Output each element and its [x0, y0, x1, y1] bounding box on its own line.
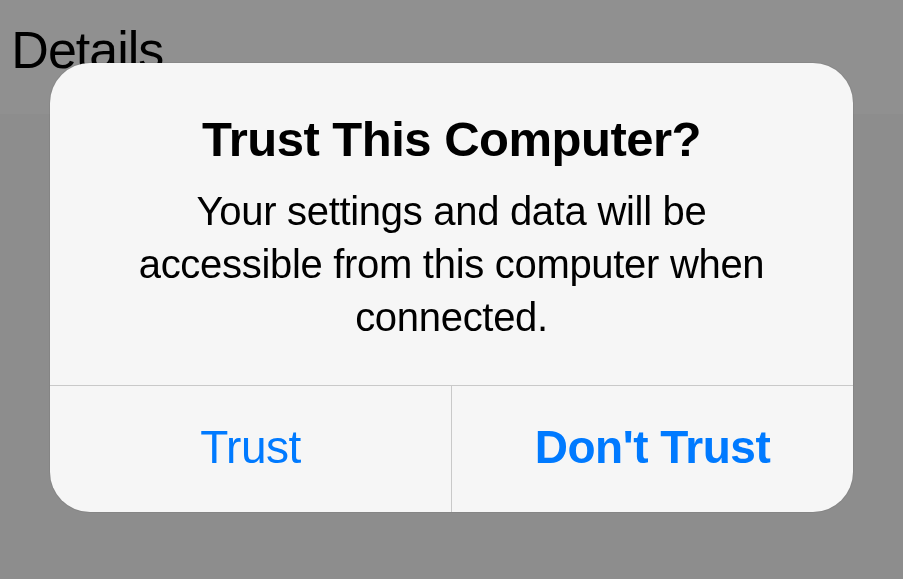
- trust-computer-dialog: Trust This Computer? Your settings and d…: [50, 63, 853, 512]
- dialog-message: Your settings and data will be accessibl…: [110, 185, 793, 343]
- dialog-button-row: Trust Don't Trust: [50, 385, 853, 512]
- trust-button[interactable]: Trust: [50, 386, 452, 512]
- dialog-title: Trust This Computer?: [110, 111, 793, 167]
- dont-trust-button[interactable]: Don't Trust: [452, 386, 853, 512]
- dialog-content: Trust This Computer? Your settings and d…: [50, 63, 853, 385]
